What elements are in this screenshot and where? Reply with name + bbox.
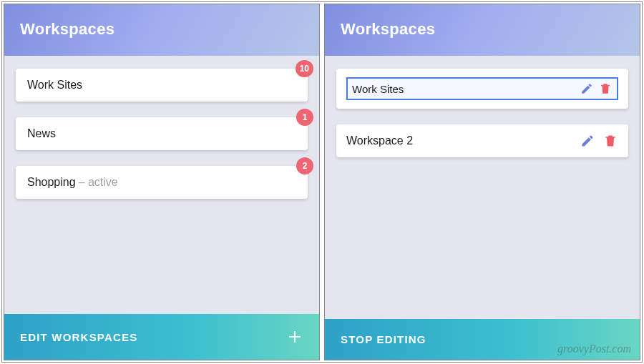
workspace-name: News: [27, 127, 56, 140]
active-label: – active: [79, 176, 118, 189]
workspace-name: Workspace 2: [346, 134, 572, 147]
workspace-edit-item: Workspace 2: [336, 124, 628, 157]
screenshot-container: Workspaces Work Sites 10 News 1 Shopping…: [1, 1, 643, 363]
workspace-item[interactable]: Shopping – active 2: [16, 166, 308, 199]
pencil-icon[interactable]: [580, 133, 595, 149]
workspace-list: Work Sites 10 News 1 Shopping – active 2: [4, 56, 319, 314]
workspaces-panel-view: Workspaces Work Sites 10 News 1 Shopping…: [4, 4, 320, 360]
workspace-name: Shopping: [27, 176, 76, 189]
workspace-edit-item: Work Sites: [336, 69, 628, 109]
workspace-item[interactable]: Work Sites 10: [16, 69, 308, 102]
trash-icon[interactable]: [602, 133, 618, 149]
trash-icon[interactable]: [598, 82, 613, 96]
footer-label: EDIT WORKSPACES: [20, 331, 137, 343]
panel-title: Workspaces: [4, 4, 319, 56]
stop-editing-button[interactable]: STOP EDITING: [325, 319, 640, 360]
count-badge: 10: [296, 60, 313, 77]
footer-label: STOP EDITING: [341, 333, 426, 345]
workspace-name: Work Sites: [27, 79, 82, 92]
workspaces-panel-edit: Workspaces Work Sites Workspace 2: [324, 4, 640, 360]
plus-icon[interactable]: [286, 328, 303, 345]
pencil-icon[interactable]: [580, 82, 594, 96]
input-value: Work Sites: [352, 83, 580, 95]
workspace-name-input[interactable]: Work Sites: [346, 77, 618, 100]
count-badge: 1: [296, 109, 313, 126]
workspace-edit-list: Work Sites Workspace 2: [325, 56, 640, 319]
count-badge: 2: [296, 157, 313, 174]
panel-title: Workspaces: [325, 4, 640, 56]
workspace-item[interactable]: News 1: [16, 117, 308, 150]
edit-workspaces-button[interactable]: EDIT WORKSPACES: [4, 314, 319, 360]
